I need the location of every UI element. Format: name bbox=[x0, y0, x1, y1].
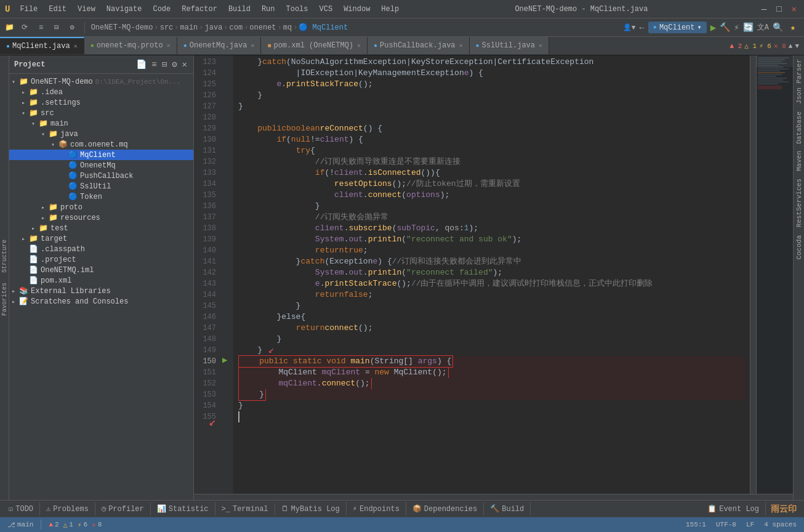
tree-iml[interactable]: ▸ 📄 OneNETMQ.iml bbox=[9, 265, 193, 275]
sync-button[interactable]: ⟳ bbox=[18, 21, 31, 34]
indent-item[interactable]: 4 spaces bbox=[762, 521, 799, 528]
tree-token[interactable]: ▸ 🔵 Token bbox=[9, 191, 193, 202]
tab-mqclient[interactable]: ● MqClient.java ✕ bbox=[0, 37, 84, 54]
tree-mqclient[interactable]: ▸ 🔵 MqClient bbox=[9, 150, 193, 160]
tree-package[interactable]: ▾ 📦 com.onenet.mq bbox=[9, 139, 193, 150]
bottom-tab-profiler[interactable]: ◷ Profiler bbox=[95, 502, 151, 515]
git-branch-item[interactable]: ⎇ main bbox=[5, 521, 36, 529]
breadcrumb-com[interactable]: com bbox=[230, 23, 243, 32]
tree-project-file[interactable]: ▸ 📄 .project bbox=[9, 254, 193, 265]
build-button[interactable]: 🔨 bbox=[720, 22, 730, 33]
bottom-tab-dependencies[interactable]: 📦 Dependencies bbox=[406, 502, 484, 515]
profile-avatar[interactable]: ★ bbox=[787, 22, 799, 34]
menu-vcs[interactable]: VCS bbox=[315, 4, 338, 15]
tab-close-button[interactable]: ✕ bbox=[251, 42, 254, 49]
menu-help[interactable]: Help bbox=[376, 4, 404, 15]
tab-sslutil[interactable]: ● SslUtil.java ✕ bbox=[470, 37, 549, 54]
menu-navigate[interactable]: Navigate bbox=[102, 4, 147, 15]
collapse-icon[interactable]: ▼ bbox=[795, 42, 799, 50]
tree-external-libs[interactable]: ▸ 📚 External Libraries bbox=[9, 286, 193, 296]
tab-close-button[interactable]: ✕ bbox=[459, 42, 463, 49]
breadcrumb-java[interactable]: java bbox=[205, 23, 223, 32]
back-button[interactable]: ← bbox=[639, 23, 644, 33]
bottom-tab-statistic[interactable]: 📊 Statistic bbox=[151, 502, 215, 515]
git-user-icon[interactable]: 👤▼ bbox=[623, 23, 636, 31]
tab-pom[interactable]: ■ pom.xml (OneNETMQ) ✕ bbox=[261, 37, 368, 54]
tree-main[interactable]: ▾ 📁 main bbox=[9, 118, 193, 129]
filter-button[interactable]: ≡ bbox=[35, 22, 47, 34]
bottom-tab-build[interactable]: 🔨 Build bbox=[484, 502, 531, 515]
tab-pushcallback[interactable]: ● PushCallback.java ✕ bbox=[368, 37, 469, 54]
cocoda-label[interactable]: Cocoda bbox=[794, 232, 804, 264]
run-gutter-indicator[interactable]: ▶ bbox=[222, 355, 227, 366]
new-file-icon[interactable]: 📄 bbox=[135, 58, 148, 71]
tab-close-button[interactable]: ✕ bbox=[167, 42, 171, 49]
maximize-button[interactable]: □ bbox=[774, 4, 784, 14]
collapse-button[interactable]: ⊟ bbox=[50, 21, 62, 34]
bottom-tab-terminal[interactable]: >_ Terminal bbox=[215, 503, 275, 515]
menu-refactor[interactable]: Refactor bbox=[177, 4, 222, 15]
tree-sslutil[interactable]: ▸ 🔵 SslUtil bbox=[9, 181, 193, 191]
breadcrumb-src[interactable]: src bbox=[160, 23, 174, 32]
sort-icon[interactable]: ≡ bbox=[150, 58, 158, 71]
tab-close-button[interactable]: ✕ bbox=[539, 42, 542, 49]
menu-run[interactable]: Run bbox=[257, 4, 280, 15]
menu-build[interactable]: Build bbox=[223, 4, 255, 15]
coverage-button[interactable]: ⚡ bbox=[734, 22, 739, 33]
menu-tools[interactable]: Tools bbox=[281, 4, 313, 15]
close-panel-icon[interactable]: ✕ bbox=[181, 58, 188, 71]
bottom-tab-eventlog[interactable]: 📋 Event Log bbox=[701, 502, 766, 515]
breadcrumb-mq[interactable]: mq bbox=[283, 23, 292, 32]
tree-resources[interactable]: ▸ 📁 resources bbox=[9, 212, 193, 223]
menu-window[interactable]: Window bbox=[339, 4, 375, 15]
tree-settings[interactable]: ▸ 📁 .settings bbox=[9, 97, 193, 108]
tab-close-button[interactable]: ✕ bbox=[357, 42, 361, 49]
bottom-tab-todo[interactable]: ☑ TODO bbox=[2, 502, 40, 515]
update-button[interactable]: 🔄 bbox=[743, 22, 754, 33]
tree-src[interactable]: ▾ 📁 src bbox=[9, 108, 193, 118]
encoding-item[interactable]: UTF-8 bbox=[714, 521, 739, 528]
breadcrumb-main[interactable]: main bbox=[180, 23, 198, 32]
run-config-dropdown[interactable]: ● MqClient ▾ bbox=[648, 22, 707, 33]
close-button[interactable]: ✕ bbox=[789, 4, 799, 14]
favorites-label[interactable]: Favorites bbox=[1, 283, 8, 316]
menu-file[interactable]: File bbox=[15, 4, 42, 15]
bottom-tab-problems[interactable]: ⚠ Problems bbox=[40, 502, 95, 515]
settings-gear-icon[interactable]: ⚙ bbox=[171, 58, 178, 71]
json-parser-label[interactable]: Json Parser bbox=[794, 55, 804, 108]
menu-view[interactable]: View bbox=[73, 4, 100, 15]
tab-onenet-proto[interactable]: ● onenet-mq.proto ✕ bbox=[84, 37, 177, 54]
tree-root[interactable]: ▾ 📁 OneNET-MQ-demo D:\IDEA_Project\On... bbox=[9, 76, 193, 87]
tree-proto[interactable]: ▸ 📁 proto bbox=[9, 202, 193, 212]
code-editor[interactable]: } catch (NoSuchAlgorithmException | KeyS… bbox=[233, 55, 750, 494]
horizontal-scrollbar[interactable] bbox=[194, 494, 793, 500]
collapse-all-icon[interactable]: ⊟ bbox=[161, 58, 168, 71]
breadcrumb-project[interactable]: OneNET-MQ-demo bbox=[91, 23, 153, 32]
tree-test[interactable]: ▸ 📁 test bbox=[9, 223, 193, 233]
tree-target[interactable]: ▸ 📁 target bbox=[9, 233, 193, 244]
minimize-button[interactable]: — bbox=[759, 4, 769, 14]
structure-label[interactable]: Structure bbox=[1, 240, 8, 273]
database-label[interactable]: Database bbox=[794, 108, 804, 148]
bottom-tab-endpoints[interactable]: ⚡ Endpoints bbox=[347, 502, 406, 515]
run-button[interactable]: ▶ bbox=[710, 22, 717, 34]
search-icon[interactable]: 🔍 bbox=[773, 22, 783, 33]
rest-services-label[interactable]: RestServices bbox=[794, 175, 804, 231]
menu-code[interactable]: Code bbox=[148, 4, 175, 15]
bottom-tab-mybatis[interactable]: 🗒 MyBatis Log bbox=[275, 502, 347, 515]
breadcrumb-onenet[interactable]: onenet bbox=[249, 23, 276, 32]
tree-pushcallback[interactable]: ▸ 🔵 PushCallback bbox=[9, 171, 193, 181]
line-col-item[interactable]: 155:1 bbox=[683, 521, 709, 528]
tree-classpath[interactable]: ▸ 📄 .classpath bbox=[9, 244, 193, 254]
breadcrumb-mqclient[interactable]: 🔵 MqClient bbox=[299, 23, 348, 32]
problems-status-item[interactable]: ▲ 2 △ 1 ⚡ 6 ✕ 8 bbox=[46, 521, 104, 529]
tree-java[interactable]: ▾ 📁 java bbox=[9, 129, 193, 139]
tree-pomxml[interactable]: ▸ 📄 pom.xml bbox=[9, 275, 193, 286]
tab-close-button[interactable]: ✕ bbox=[74, 42, 78, 50]
translate-icon[interactable]: 文A bbox=[757, 22, 769, 33]
tab-onenetmq[interactable]: ● OnenetMq.java ✕ bbox=[177, 37, 262, 54]
expand-icon[interactable]: ▲ bbox=[789, 42, 793, 50]
maven-label[interactable]: Maven bbox=[794, 147, 804, 175]
settings-button[interactable]: ⚙ bbox=[66, 21, 78, 34]
tree-idea[interactable]: ▸ 📁 .idea bbox=[9, 87, 193, 97]
